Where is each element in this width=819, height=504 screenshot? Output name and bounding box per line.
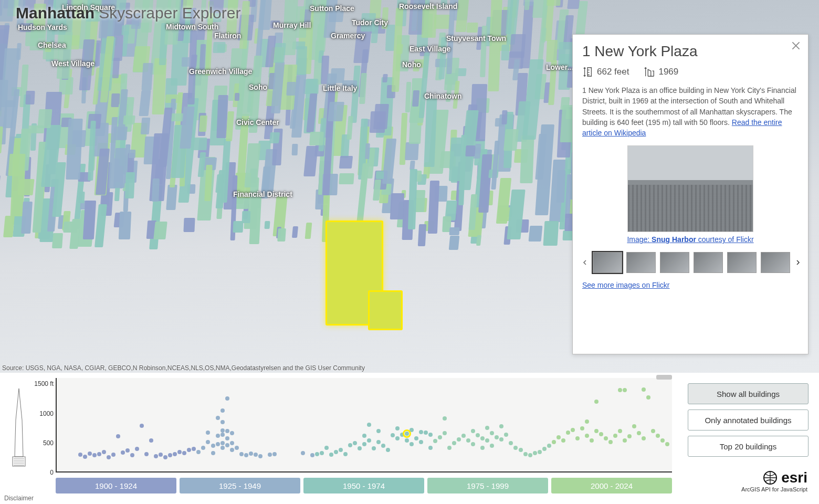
- chart-point[interactable]: [447, 446, 452, 450]
- building-3d[interactable]: [476, 235, 481, 246]
- chart-point[interactable]: [230, 441, 234, 445]
- building-3d[interactable]: [277, 228, 286, 242]
- chart-point[interactable]: [566, 430, 570, 435]
- chart-point[interactable]: [211, 451, 215, 455]
- chart-point[interactable]: [656, 434, 660, 438]
- building-3d[interactable]: [292, 144, 298, 155]
- chart-point[interactable]: [254, 453, 258, 457]
- chart-point[interactable]: [187, 448, 191, 452]
- chart-point[interactable]: [623, 388, 627, 392]
- building-3d[interactable]: [82, 201, 96, 239]
- chart-point[interactable]: [301, 451, 305, 455]
- building-3d[interactable]: [113, 148, 127, 188]
- chart-point[interactable]: [244, 453, 248, 457]
- building-3d[interactable]: [141, 63, 153, 90]
- chart-point[interactable]: [443, 416, 447, 421]
- building-3d[interactable]: [286, 82, 296, 96]
- chart-point[interactable]: [353, 441, 357, 445]
- chart-point[interactable]: [216, 434, 220, 438]
- chart-point[interactable]: [111, 453, 116, 457]
- chart-point[interactable]: [125, 448, 130, 453]
- chart-point[interactable]: [471, 429, 475, 433]
- chart-point[interactable]: [201, 446, 205, 450]
- chart-point[interactable]: [206, 430, 210, 435]
- chart-point[interactable]: [542, 447, 547, 451]
- building-3d[interactable]: [547, 0, 562, 6]
- building-3d[interactable]: [532, 0, 548, 18]
- chart-point[interactable]: [623, 438, 627, 443]
- building-3d[interactable]: [339, 173, 355, 184]
- building-3d[interactable]: [359, 73, 367, 104]
- chart-point[interactable]: [646, 395, 650, 400]
- chart-point[interactable]: [334, 450, 338, 454]
- chart-point[interactable]: [556, 435, 561, 439]
- image-thumbnail[interactable]: [727, 252, 757, 273]
- selected-building-highlight[interactable]: [326, 220, 383, 326]
- chart-point[interactable]: [618, 429, 622, 433]
- chart-point[interactable]: [192, 447, 196, 451]
- building-3d[interactable]: [382, 74, 388, 82]
- chart-point[interactable]: [107, 455, 111, 459]
- chart-point[interactable]: [121, 450, 125, 455]
- chart-point[interactable]: [433, 439, 437, 443]
- height-vs-year-chart[interactable]: 050010001500 ft 1900 - 19241925 - 194919…: [5, 378, 672, 499]
- chart-point[interactable]: [428, 446, 433, 450]
- building-3d[interactable]: [140, 118, 150, 134]
- chart-point[interactable]: [471, 442, 475, 446]
- building-3d[interactable]: [501, 45, 510, 60]
- building-3d[interactable]: [213, 42, 226, 53]
- disclaimer-link[interactable]: Disclaimer: [4, 495, 34, 502]
- chart-point[interactable]: [362, 442, 366, 446]
- chart-point[interactable]: [220, 433, 225, 437]
- chart-point[interactable]: [225, 436, 229, 440]
- building-3d[interactable]: [475, 144, 481, 154]
- building-3d[interactable]: [556, 170, 565, 203]
- chart-point[interactable]: [533, 451, 537, 455]
- building-3d[interactable]: [548, 60, 557, 105]
- chart-point[interactable]: [561, 438, 565, 443]
- chart-point[interactable]: [618, 388, 622, 392]
- chart-point[interactable]: [509, 441, 513, 445]
- chart-point[interactable]: [329, 453, 333, 457]
- building-3d[interactable]: [369, 111, 385, 133]
- chart-point[interactable]: [642, 387, 646, 392]
- building-3d[interactable]: [125, 172, 135, 198]
- building-3d[interactable]: [501, 110, 507, 124]
- flickr-more-link[interactable]: See more images on Flickr: [582, 281, 670, 289]
- building-3d[interactable]: [78, 192, 85, 203]
- chart-point[interactable]: [604, 436, 608, 440]
- era-legend-item[interactable]: 1975 - 1999: [427, 478, 548, 494]
- chart-point[interactable]: [424, 430, 428, 435]
- chart-point[interactable]: [504, 433, 508, 437]
- building-3d[interactable]: [304, 223, 312, 239]
- chart-point[interactable]: [485, 426, 489, 430]
- building-3d[interactable]: [465, 145, 476, 156]
- chart-point[interactable]: [480, 436, 485, 440]
- chart-point[interactable]: [220, 420, 225, 424]
- building-3d[interactable]: [153, 222, 167, 239]
- chart-point[interactable]: [519, 448, 523, 452]
- chart-point[interactable]: [476, 433, 480, 437]
- thumb-next-icon[interactable]: [795, 259, 801, 266]
- building-3d[interactable]: [183, 218, 195, 232]
- building-3d[interactable]: [339, 156, 353, 169]
- building-3d[interactable]: [528, 226, 542, 242]
- chart-point[interactable]: [220, 446, 225, 450]
- chart-point[interactable]: [348, 443, 352, 447]
- chart-point[interactable]: [130, 453, 134, 457]
- chart-point[interactable]: [571, 428, 575, 432]
- building-3d[interactable]: [94, 204, 107, 247]
- chart-point[interactable]: [580, 426, 584, 430]
- building-3d[interactable]: [296, 46, 307, 75]
- chart-point[interactable]: [230, 448, 234, 452]
- chart-point[interactable]: [144, 452, 149, 456]
- image-thumbnail[interactable]: [626, 252, 656, 273]
- chart-point[interactable]: [552, 440, 556, 444]
- chart-point[interactable]: [168, 453, 172, 457]
- chart-point[interactable]: [140, 424, 144, 428]
- chart-point[interactable]: [419, 440, 423, 444]
- chart-point[interactable]: [196, 450, 201, 454]
- chart-point[interactable]: [490, 444, 494, 448]
- esri-logo[interactable]: esri ArcGIS API for JavaScript: [741, 469, 807, 492]
- chart-point[interactable]: [102, 450, 106, 454]
